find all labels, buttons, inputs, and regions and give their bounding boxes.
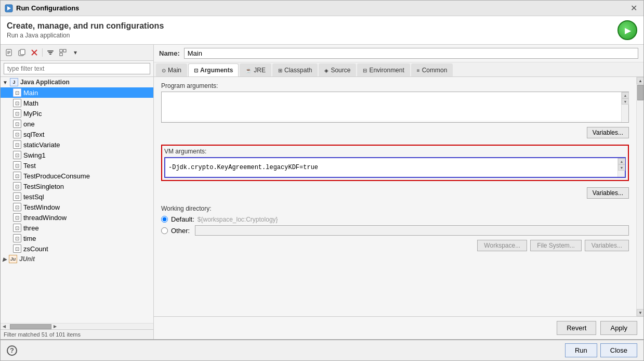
left-toolbar: ▾	[1, 45, 153, 61]
close-dialog-button[interactable]: Close	[600, 343, 637, 357]
item-icon: ⊡	[13, 120, 21, 128]
run-button[interactable]: Run	[565, 343, 597, 357]
vm-args-scrollbar: ▲ ▼	[617, 158, 625, 177]
list-item[interactable]: ⊡ MyPic	[1, 108, 153, 119]
tab-source[interactable]: ◈ Source	[319, 63, 356, 76]
dir-buttons: Workspace... File System... Variables...	[161, 240, 629, 251]
default-radio-label: Default:	[171, 215, 194, 223]
duplicate-config-button[interactable]	[16, 47, 28, 58]
item-icon: ⊡	[13, 244, 21, 253]
list-item[interactable]: ⊡ Swing1	[1, 150, 153, 160]
java-section-icon: J	[10, 78, 18, 86]
svg-rect-7	[20, 49, 25, 55]
junit-section-icon: Ju	[9, 255, 17, 263]
name-label: Name:	[159, 49, 180, 57]
item-icon: ⊡	[13, 161, 21, 170]
list-item[interactable]: ⊡ TestSingleton	[1, 181, 153, 191]
list-item[interactable]: ⊡ three	[1, 223, 153, 233]
program-args-variables-button[interactable]: Variables...	[587, 127, 629, 138]
list-item[interactable]: ⊡ TestWindow	[1, 202, 153, 212]
tab-classpath[interactable]: ⊞ Classpath	[272, 63, 318, 76]
vm-args-variables-button[interactable]: Variables...	[587, 187, 629, 199]
main-tab-icon: ⊙	[162, 68, 166, 73]
tab-common-label: Common	[422, 67, 448, 74]
tree-section-junit[interactable]: ▶ Ju JUnit	[1, 254, 153, 264]
arguments-tab-content: Program arguments: ▲ ▼ Variables...	[154, 77, 636, 316]
tab-environment-label: Environment	[369, 67, 404, 74]
default-radio-button[interactable]	[161, 216, 168, 223]
tree-section-java[interactable]: ▼ J Java Application	[1, 77, 153, 87]
filter-button[interactable]	[45, 47, 56, 58]
scroll-left-arrow[interactable]: ◀	[1, 324, 8, 329]
item-label: sqlText	[23, 131, 44, 138]
program-args-area: ▲ ▼	[161, 92, 629, 123]
list-item[interactable]: ⊡ Math	[1, 98, 153, 108]
list-item[interactable]: ⊡ threadWindow	[1, 212, 153, 223]
list-item[interactable]: ⊡ staticVariate	[1, 139, 153, 150]
item-icon: ⊡	[13, 172, 21, 180]
java-section-label: Java Application	[20, 79, 70, 86]
item-icon: ⊡	[13, 192, 21, 201]
workspace-button[interactable]: Workspace...	[477, 240, 527, 251]
apply-button[interactable]: Apply	[600, 321, 637, 335]
footer: ? Run Close	[1, 339, 643, 360]
new-config-button[interactable]	[4, 47, 15, 58]
default-dir-value: ${workspace_loc:Cryptology}	[198, 216, 278, 223]
list-item[interactable]: ⊡ one	[1, 119, 153, 129]
other-radio-button[interactable]	[161, 227, 168, 234]
scroll-down-arrow[interactable]: ▼	[622, 98, 629, 105]
other-dir-input[interactable]	[195, 225, 629, 236]
item-icon: ⊡	[13, 99, 21, 107]
list-item[interactable]: ⊡ zsCount	[1, 243, 153, 254]
scroll-right-arrow[interactable]: ▶	[51, 324, 59, 329]
search-input[interactable]	[4, 63, 150, 74]
item-label: Test	[23, 162, 36, 170]
scroll-thumb[interactable]	[10, 324, 51, 329]
horizontal-scrollbar[interactable]: ◀ ▶	[1, 323, 153, 329]
list-item[interactable]: ⊡ time	[1, 233, 153, 243]
item-label: TestSingleton	[23, 183, 64, 190]
vm-scroll-down[interactable]: ▼	[618, 164, 625, 171]
scroll-up-arrow[interactable]: ▲	[622, 92, 629, 98]
delete-config-button[interactable]	[29, 47, 40, 58]
run-icon-button[interactable]	[617, 20, 637, 40]
collapse-button[interactable]	[57, 47, 69, 58]
list-item[interactable]: ⊡ sqlText	[1, 129, 153, 139]
tab-main[interactable]: ⊙ Main	[156, 63, 187, 76]
filesystem-button[interactable]: File System...	[530, 240, 582, 251]
dialog-title: Run Configurations	[16, 4, 628, 12]
item-label: time	[23, 235, 36, 242]
item-icon: ⊡	[13, 203, 21, 211]
item-label: Main	[23, 89, 38, 97]
tab-jre[interactable]: ☕ JRE	[240, 63, 271, 76]
help-button[interactable]: ?	[7, 345, 17, 356]
expand-arrow-junit: ▶	[3, 256, 7, 262]
tab-common[interactable]: ≡ Common	[411, 63, 453, 76]
list-item[interactable]: ⊡ Test	[1, 160, 153, 171]
item-icon: ⊡	[13, 182, 21, 190]
item-icon: ⊡	[13, 151, 21, 159]
run-configurations-dialog: Run Configurations ✕ Create, manage, and…	[0, 0, 644, 361]
vm-scroll-up[interactable]: ▲	[618, 158, 625, 164]
scroll-down-btn[interactable]: ▼	[637, 309, 643, 316]
list-item[interactable]: ⊡ testSql	[1, 191, 153, 202]
scroll-thumb[interactable]	[637, 85, 643, 100]
list-item[interactable]: ⊡ Main	[1, 87, 153, 98]
tab-environment[interactable]: ⊟ Environment	[357, 63, 410, 76]
dropdown-button[interactable]: ▾	[70, 47, 81, 58]
main-split-pane: ▾ ▼ J Java Application ⊡ Main	[1, 45, 643, 339]
tab-arguments[interactable]: ⊡ Arguments	[188, 63, 239, 76]
program-args-textarea[interactable]	[162, 92, 621, 121]
arguments-tab-icon: ⊡	[194, 68, 198, 73]
right-panel: Name: ⊙ Main ⊡ Arguments ☕ JRE ⊞	[154, 45, 643, 339]
dir-variables-button[interactable]: Variables...	[585, 240, 629, 251]
revert-button[interactable]: Revert	[557, 321, 596, 335]
scroll-up-btn[interactable]: ▲	[637, 77, 643, 84]
common-tab-icon: ≡	[417, 68, 420, 73]
bottom-buttons-row: Revert Apply	[154, 316, 643, 339]
close-button[interactable]: ✕	[628, 2, 639, 14]
list-item[interactable]: ⊡ TestProduceConsume	[1, 171, 153, 181]
working-dir-label: Working directory:	[161, 205, 629, 212]
name-input[interactable]	[184, 48, 638, 59]
vm-args-input[interactable]	[165, 158, 616, 177]
